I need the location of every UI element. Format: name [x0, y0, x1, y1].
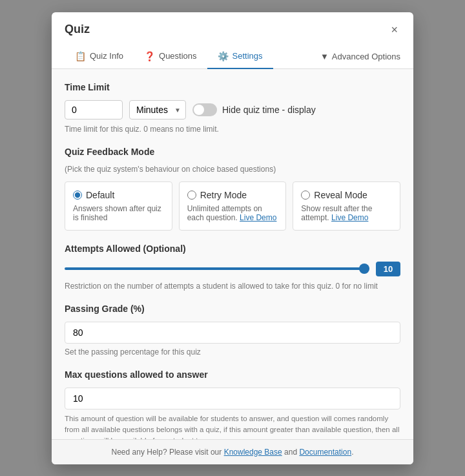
time-unit-wrapper: Minutes Hours ▼ — [129, 100, 186, 119]
passing-grade-section: Passing Grade (%) Set the passing percen… — [65, 304, 400, 357]
feedback-default-desc: Answers shown after quiz is finished — [73, 204, 164, 222]
quiz-modal: Quiz × 📋 Quiz Info ❓ Questions ⚙️ Settin… — [52, 12, 413, 464]
advanced-options-label: Advanced Options — [332, 52, 400, 61]
modal-header: Quiz × — [52, 12, 413, 38]
time-limit-input[interactable] — [65, 100, 123, 119]
max-questions-section: Max questions allowed to answer This amo… — [65, 369, 400, 439]
attempts-helper: Restriction on the number of attempts a … — [65, 282, 400, 291]
toggle-knob — [194, 105, 204, 115]
footer-text: Need any Help? Please visit our — [112, 448, 222, 457]
passing-grade-input[interactable] — [65, 322, 400, 344]
retry-live-demo-link[interactable]: Live Demo — [240, 213, 276, 222]
attempts-value: 10 — [376, 262, 400, 276]
max-questions-helper: This amount of question will be availabl… — [65, 413, 400, 439]
filter-icon: ▼ — [320, 52, 329, 61]
feedback-default-label: Default — [73, 190, 164, 200]
feedback-reveal-desc: Show result after the attempt. Live Demo — [301, 204, 392, 222]
max-questions-input[interactable] — [65, 388, 400, 409]
tab-quiz-info-label: Quiz Info — [90, 51, 123, 61]
toggle-wrapper: Hide quiz time - display — [192, 103, 316, 116]
feedback-reveal-text: Reveal Mode — [314, 190, 367, 200]
quiz-info-icon: 📋 — [75, 51, 86, 61]
max-questions-title: Max questions allowed to answer — [65, 369, 400, 380]
feedback-subtitle: (Pick the quiz system's behaviour on cho… — [65, 165, 400, 174]
tab-settings-label: Settings — [232, 51, 263, 61]
attempts-slider[interactable] — [65, 267, 369, 270]
feedback-reveal-label: Reveal Mode — [301, 190, 392, 200]
feedback-default-text: Default — [86, 190, 114, 200]
time-limit-row: Minutes Hours ▼ Hide quiz time - display — [65, 100, 400, 119]
reveal-live-demo-link[interactable]: Live Demo — [331, 213, 368, 222]
passing-grade-helper: Set the passing percentage for this quiz — [65, 347, 400, 357]
feedback-option-default[interactable]: Default Answers shown after quiz is fini… — [65, 181, 172, 231]
feedback-option-reveal[interactable]: Reveal Mode Show result after the attemp… — [293, 181, 400, 231]
documentation-link[interactable]: Documentation — [299, 448, 351, 457]
questions-icon: ❓ — [144, 51, 155, 61]
footer-and: and — [284, 448, 297, 457]
feedback-retry-desc: Unlimited attempts on each question. Liv… — [187, 204, 278, 222]
time-limit-section: Time Limit Minutes Hours ▼ H — [65, 82, 400, 134]
settings-icon: ⚙️ — [218, 51, 229, 61]
passing-grade-title: Passing Grade (%) — [65, 304, 400, 314]
feedback-reveal-radio[interactable] — [301, 191, 310, 200]
attempts-title: Attempts Allowed (Optional) — [65, 243, 400, 254]
tab-settings[interactable]: ⚙️ Settings — [207, 45, 273, 69]
feedback-options: Default Answers shown after quiz is fini… — [65, 181, 400, 231]
attempts-section: Attempts Allowed (Optional) 10 Restricti… — [65, 243, 400, 291]
feedback-section: Quiz Feedback Mode (Pick the quiz system… — [65, 147, 400, 231]
advanced-options-button[interactable]: ▼ Advanced Options — [320, 52, 400, 61]
feedback-retry-radio[interactable] — [187, 191, 196, 200]
tab-questions[interactable]: ❓ Questions — [134, 45, 207, 69]
modal-title: Quiz — [65, 23, 90, 36]
time-limit-helper: Time limit for this quiz. 0 means no tim… — [65, 125, 400, 134]
tab-questions-label: Questions — [159, 51, 197, 61]
feedback-retry-text: Retry Mode — [200, 190, 247, 200]
time-limit-title: Time Limit — [65, 82, 400, 92]
hide-time-toggle[interactable] — [192, 103, 217, 116]
toggle-label: Hide quiz time - display — [222, 105, 316, 115]
modal-tabs: 📋 Quiz Info ❓ Questions ⚙️ Settings ▼ Ad… — [52, 45, 413, 69]
feedback-default-radio[interactable] — [73, 191, 82, 200]
feedback-title: Quiz Feedback Mode — [65, 147, 400, 157]
slider-container: 10 — [65, 262, 400, 276]
feedback-option-retry[interactable]: Retry Mode Unlimited attempts on each qu… — [179, 181, 287, 231]
modal-backdrop: Quiz × 📋 Quiz Info ❓ Questions ⚙️ Settin… — [0, 0, 465, 476]
modal-footer: Need any Help? Please visit our Knowledg… — [52, 439, 413, 464]
knowledge-base-link[interactable]: Knowledge Base — [224, 448, 282, 457]
time-unit-select[interactable]: Minutes Hours — [129, 100, 186, 119]
feedback-retry-label: Retry Mode — [187, 190, 278, 200]
close-button[interactable]: × — [388, 21, 400, 38]
tab-quiz-info[interactable]: 📋 Quiz Info — [65, 45, 134, 69]
modal-body: Time Limit Minutes Hours ▼ H — [52, 69, 413, 439]
